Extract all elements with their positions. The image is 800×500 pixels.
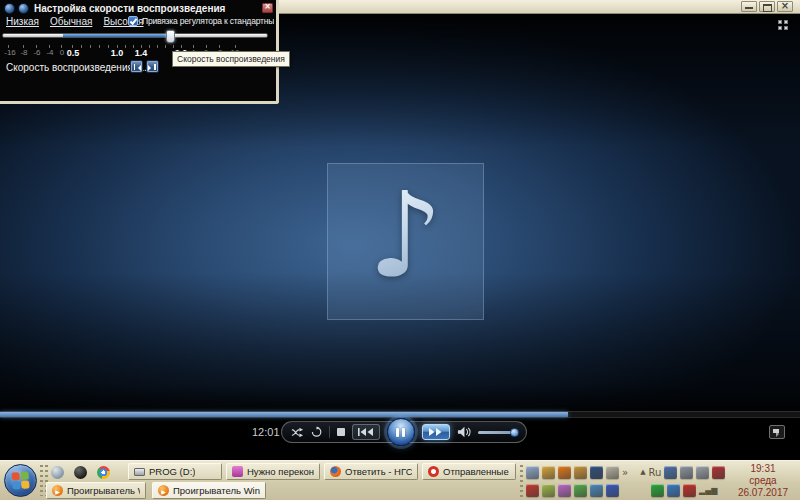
forward-button[interactable] — [18, 3, 29, 14]
previous-button[interactable] — [352, 424, 380, 440]
chrome-icon[interactable] — [97, 466, 110, 479]
volume-knob[interactable] — [510, 428, 519, 437]
pause-button[interactable] — [387, 418, 415, 446]
slider-scale-label: 0.5 — [67, 48, 80, 58]
clock-weekday: среда — [726, 475, 800, 487]
tooltip: Скорость воспроизведения — [172, 51, 290, 67]
taskbar-button-prog-d[interactable]: PROG (D:) — [128, 463, 222, 480]
chevron-more-icon[interactable]: » — [622, 467, 628, 478]
windows-logo-icon — [11, 471, 29, 489]
drive-icon — [134, 468, 145, 476]
transport-controls: 12:01 — [0, 419, 800, 447]
firefox-icon — [330, 466, 341, 477]
link-normal[interactable]: Обычная — [50, 16, 92, 27]
network-alert-icon[interactable] — [712, 466, 725, 479]
seek-progress — [0, 412, 568, 417]
hidden-icons-arrow[interactable]: ▲ — [640, 468, 645, 476]
next-frame-button[interactable] — [146, 60, 159, 73]
clock-date: 26.07.2017 — [726, 487, 800, 499]
close-app-icon[interactable] — [526, 484, 539, 497]
window-controls — [741, 1, 793, 12]
stop-button[interactable] — [337, 428, 344, 436]
previous-frame-button[interactable] — [130, 60, 143, 73]
wmp-icon — [158, 485, 169, 496]
teal-app-icon[interactable] — [590, 484, 603, 497]
device-icon[interactable] — [606, 466, 619, 479]
mute-button[interactable] — [457, 426, 471, 438]
taskbar-button-wmp-2[interactable]: Проигрыватель Win... — [152, 482, 266, 499]
signal-bars-icon[interactable]: ▂▄▆ — [699, 486, 717, 495]
pink-app-icon[interactable] — [558, 484, 571, 497]
music-note-icon: ♪ — [368, 175, 443, 293]
slider-tick — [125, 45, 126, 48]
snap-slider-checkbox[interactable]: Привязка регулятора к стандартным скор — [128, 16, 274, 26]
language-indicator[interactable]: Ru — [649, 467, 662, 478]
back-button[interactable] — [4, 3, 15, 14]
volume-slider[interactable] — [478, 431, 517, 434]
repeat-icon[interactable] — [311, 426, 322, 438]
switch-to-library-button[interactable] — [769, 425, 785, 439]
slider-scale-label: -8 — [20, 48, 27, 57]
green-app-icon[interactable] — [574, 484, 587, 497]
slider-tick — [90, 45, 91, 48]
taskbar-button-firefox[interactable]: Ответить - НГС.Фо... — [324, 463, 418, 480]
taskbar-button-wmp-1[interactable]: Проигрыватель Win... — [46, 482, 146, 499]
slider-scale-label: -4 — [46, 48, 53, 57]
tray-drag-handle[interactable] — [520, 465, 523, 497]
slider-scale-label: -16 — [4, 48, 16, 57]
panel-header: Настройка скорости воспроизведения — [4, 2, 273, 14]
torrent-icon[interactable] — [651, 484, 664, 497]
flag-icon[interactable] — [683, 484, 696, 497]
taskbar-button-label: Проигрыватель Win... — [173, 485, 260, 496]
link-low[interactable]: Низкая — [6, 16, 39, 27]
fast-forward-button[interactable] — [422, 424, 450, 440]
speed-slider-track[interactable] — [2, 33, 268, 38]
checkbox-label: Привязка регулятора к стандартным скор — [142, 16, 274, 26]
speed-slider-thumb[interactable] — [166, 30, 175, 43]
volume-tray-icon[interactable] — [680, 466, 693, 479]
taskbar-button-label: Отправленные - О... — [443, 466, 510, 477]
help-icon[interactable] — [574, 466, 587, 479]
play-speed-settings-panel: Настройка скорости воспроизведения Низка… — [0, 0, 279, 104]
screen: ♪ 12:01 — [0, 0, 800, 500]
agent-icon[interactable] — [664, 466, 677, 479]
taskbar-button-converter[interactable]: Нужно переконве... — [226, 463, 320, 480]
slider-scale-label: 0 — [60, 48, 64, 57]
slider-tick — [149, 45, 150, 48]
elapsed-time: 12:01 — [252, 426, 280, 438]
wmp-icon — [52, 485, 63, 496]
shuffle-icon[interactable] — [291, 427, 304, 438]
slider-scale-label: 1.4 — [135, 48, 148, 58]
explorer-icon[interactable] — [526, 466, 539, 479]
tray-clock[interactable]: 19:31 среда 26.07.2017 — [726, 461, 800, 500]
toolbar-drag-handle[interactable] — [40, 465, 43, 496]
start-button[interactable] — [4, 464, 37, 497]
converter-icon — [232, 466, 243, 477]
restore-button[interactable] — [759, 1, 775, 12]
minimize-button[interactable] — [741, 1, 757, 12]
display-icon[interactable] — [696, 466, 709, 479]
slider-tick — [157, 45, 158, 48]
close-button[interactable] — [777, 1, 793, 12]
seek-bar[interactable] — [0, 411, 800, 418]
tray-icons: »▲Ru ▂▄▆ — [526, 461, 726, 500]
taskbar-button-label: Ответить - НГС.Фо... — [345, 466, 412, 477]
taskbar-button-label: Нужно переконве... — [247, 466, 314, 477]
download-icon[interactable] — [590, 466, 603, 479]
pencil-icon[interactable] — [542, 466, 555, 479]
panel-title: Настройка скорости воспроизведения — [34, 3, 225, 14]
divider — [329, 426, 330, 438]
taskbar-row-1: PROG (D:)Нужно переконве...Ответить - НГ… — [128, 463, 516, 480]
wmp-tray-icon[interactable] — [558, 466, 571, 479]
commander-icon[interactable] — [542, 484, 555, 497]
quick-launch-bar — [51, 465, 110, 480]
checkbox-checked-icon[interactable] — [128, 16, 138, 26]
close-panel-button[interactable] — [262, 3, 273, 13]
gpu-icon[interactable] — [667, 484, 680, 497]
browser-icon-1[interactable] — [51, 466, 64, 479]
taskbar-button-mail[interactable]: Отправленные - О... — [422, 463, 516, 480]
speed-preset-links: НизкаяОбычнаяВысокая — [6, 16, 143, 27]
save-icon[interactable] — [606, 484, 619, 497]
dark-browser-icon[interactable] — [74, 466, 87, 479]
view-options-icon[interactable] — [778, 20, 791, 31]
